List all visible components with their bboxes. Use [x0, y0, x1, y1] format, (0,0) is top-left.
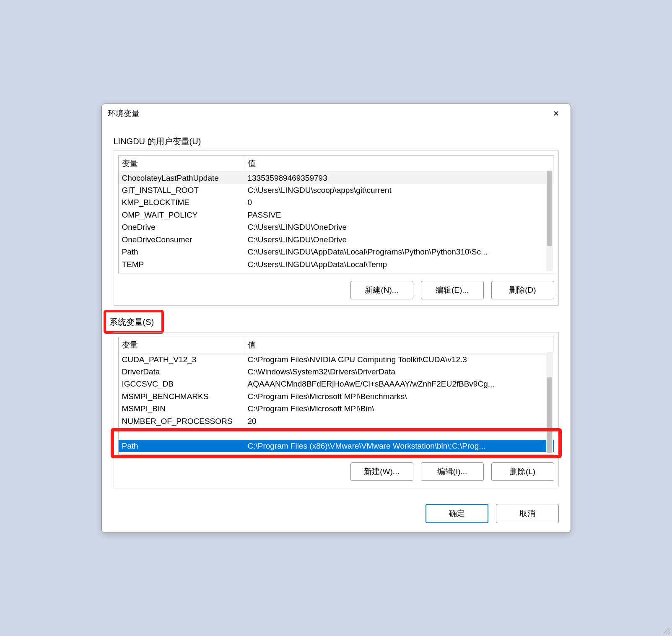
delete-system-var-button[interactable]: 删除(L): [491, 462, 554, 481]
var-value: C:\Windows\System32\Drivers\DriverData: [244, 366, 554, 378]
scrollbar[interactable]: [546, 171, 553, 271]
var-value: C:\Program Files\Microsoft MPI\Bin\: [244, 402, 554, 415]
var-value: 0: [244, 196, 554, 208]
table-row[interactable]: PathC:\Program Files (x86)\VMware\VMware…: [119, 440, 554, 452]
list-body: ChocolateyLastPathUpdate1335359894693597…: [119, 172, 554, 271]
ok-button[interactable]: 确定: [426, 504, 488, 523]
table-row[interactable]: CUDA_PATH_V12_3C:\Program Files\NVIDIA G…: [119, 353, 554, 366]
dialog-actions: 确定 取消: [102, 496, 571, 532]
resize-grip-icon[interactable]: [664, 628, 670, 634]
var-value: C:\Program Files (x86)\VMware\VMware Wor…: [244, 440, 554, 452]
user-buttons: 新建(N)... 编辑(E)... 删除(D): [118, 281, 554, 299]
var-value: C:\Users\LINGDU\OneDrive: [244, 221, 554, 233]
edit-user-var-button[interactable]: 编辑(E)...: [421, 281, 484, 299]
table-row[interactable]: OneDriveConsumerC:\Users\LINGDU\OneDrive: [119, 234, 554, 246]
var-name: OMP_WAIT_POLICY: [119, 209, 244, 221]
var-value: C:\Users\LINGDU\AppData\Local\Programs\P…: [244, 246, 554, 258]
var-name: MSMPI_BIN: [119, 402, 244, 415]
dialog-title: 环境变量: [108, 108, 140, 119]
var-name: GIT_INSTALL_ROOT: [119, 184, 244, 196]
new-user-var-button[interactable]: 新建(N)...: [350, 281, 413, 299]
var-name: OS: [119, 427, 244, 439]
var-name: NUMBER_OF_PROCESSORS: [119, 415, 244, 427]
user-vars-list[interactable]: 变量 值 ChocolateyLastPathUpdate13353598946…: [118, 155, 554, 273]
close-icon: ✕: [553, 109, 559, 118]
var-name: KMP_BLOCKTIME: [119, 196, 244, 208]
var-value: C:\Users\LINGDU\AppData\Local\Temp: [244, 258, 554, 270]
titlebar: 环境变量 ✕: [102, 104, 571, 123]
var-value: PASSIVE: [244, 209, 554, 221]
scrollbar-thumb[interactable]: [547, 171, 552, 246]
var-value: 133535989469359793: [244, 172, 554, 184]
table-row[interactable]: DriverDataC:\Windows\System32\Drivers\Dr…: [119, 366, 554, 378]
var-name: MSMPI_BENCHMARKS: [119, 390, 244, 402]
delete-user-var-button[interactable]: 删除(D): [491, 281, 554, 299]
column-value[interactable]: 值: [244, 156, 554, 171]
column-variable[interactable]: 变量: [119, 156, 244, 171]
var-name: IGCCSVC_DB: [119, 378, 244, 390]
user-vars-label: LINGDU 的用户变量(U): [114, 127, 201, 151]
var-value: C:\Users\LINGDU\OneDrive: [244, 234, 554, 246]
table-row[interactable]: ChocolateyLastPathUpdate1335359894693597…: [119, 172, 554, 184]
table-row[interactable]: OneDriveC:\Users\LINGDU\OneDrive: [119, 221, 554, 233]
user-vars-group: 变量 值 ChocolateyLastPathUpdate13353598946…: [114, 151, 559, 306]
var-value: C:\Users\LINGDU\scoop\apps\git\current: [244, 184, 554, 196]
column-value[interactable]: 值: [244, 337, 554, 353]
dialog-body: LINGDU 的用户变量(U) 变量 值 ChocolateyLastPathU…: [102, 123, 571, 496]
list-header: 变量 值: [119, 337, 554, 353]
edit-system-var-button[interactable]: 编辑(I)...: [421, 462, 484, 481]
var-value: 20: [244, 415, 554, 427]
table-row[interactable]: MSMPI_BENCHMARKSC:\Program Files\Microso…: [119, 390, 554, 402]
var-name: CUDA_PATH_V12_3: [119, 353, 244, 366]
table-row[interactable]: NUMBER_OF_PROCESSORS20: [119, 415, 554, 427]
var-value: C:\Program Files\Microsoft MPI\Benchmark…: [244, 390, 554, 402]
scrollbar[interactable]: [546, 352, 553, 453]
close-button[interactable]: ✕: [548, 107, 565, 120]
column-variable[interactable]: 变量: [119, 337, 244, 353]
var-name: ChocolateyLastPathUpdate: [119, 172, 244, 184]
system-vars-list[interactable]: 变量 值 CUDA_PATH_V12_3C:\Program Files\NVI…: [118, 337, 554, 455]
table-row[interactable]: KMP_BLOCKTIME0: [119, 196, 554, 208]
var-name: OneDrive: [119, 221, 244, 233]
scrollbar-thumb[interactable]: [547, 377, 552, 453]
environment-variables-dialog: 环境变量 ✕ LINGDU 的用户变量(U) 变量 值 ChocolateyLa…: [101, 104, 571, 533]
table-row[interactable]: OMP_WAIT_POLICYPASSIVE: [119, 209, 554, 221]
var-value: AQAAANCMnd8BFdERjHoAwE/Cl+sBAAAAY/wZnhF2…: [244, 378, 554, 390]
system-buttons: 新建(W)... 编辑(I)... 删除(L): [118, 462, 554, 481]
table-row[interactable]: GIT_INSTALL_ROOTC:\Users\LINGDU\scoop\ap…: [119, 184, 554, 196]
var-name: DriverData: [119, 366, 244, 378]
var-value: C:\Program Files\NVIDIA GPU Computing To…: [244, 353, 554, 366]
cancel-button[interactable]: 取消: [496, 504, 559, 523]
system-vars-group: 变量 值 CUDA_PATH_V12_3C:\Program Files\NVI…: [114, 332, 559, 487]
var-name: Path: [119, 246, 244, 258]
var-name: OneDriveConsumer: [119, 234, 244, 246]
var-name: TEMP: [119, 258, 244, 270]
list-header: 变量 值: [119, 156, 554, 172]
var-name: Path: [119, 440, 244, 452]
table-row[interactable]: PathC:\Users\LINGDU\AppData\Local\Progra…: [119, 246, 554, 258]
system-vars-label: 系统变量(S): [104, 310, 164, 334]
table-row[interactable]: TEMPC:\Users\LINGDU\AppData\Local\Temp: [119, 258, 554, 270]
var-value: Windows_NT: [244, 427, 554, 439]
table-row[interactable]: MSMPI_BINC:\Program Files\Microsoft MPI\…: [119, 402, 554, 415]
new-system-var-button[interactable]: 新建(W)...: [350, 462, 413, 481]
list-body: CUDA_PATH_V12_3C:\Program Files\NVIDIA G…: [119, 353, 554, 452]
table-row[interactable]: IGCCSVC_DBAQAAANCMnd8BFdERjHoAwE/Cl+sBAA…: [119, 378, 554, 390]
